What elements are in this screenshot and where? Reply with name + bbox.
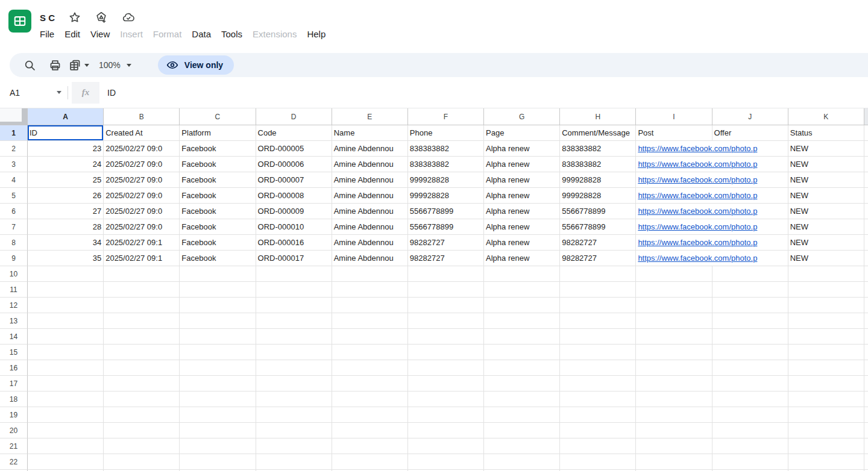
cell-A22[interactable] [28,454,104,470]
cell-B12[interactable] [104,298,180,313]
cell-A1[interactable]: ID [28,125,104,141]
cell-A17[interactable] [28,376,104,391]
column-header-b[interactable]: B [104,108,180,125]
cell-B14[interactable] [104,329,180,345]
cell-B4[interactable]: 2025/02/27 09:0 [104,172,180,188]
cell-B8[interactable]: 2025/02/27 09:1 [104,235,180,251]
cell-F5[interactable]: 999928828 [408,188,484,204]
row-header-18[interactable]: 18 [0,391,28,407]
cell-D18[interactable] [256,391,332,407]
cell-E19[interactable] [332,407,408,423]
add-shortcut-icon[interactable] [95,11,108,24]
cell-I1[interactable]: Post [636,125,712,141]
row-header-20[interactable]: 20 [0,423,28,438]
cell-J22[interactable] [712,454,788,470]
cell-F17[interactable] [408,376,484,391]
cell-F14[interactable] [408,329,484,345]
cell-I22[interactable] [636,454,712,470]
cell-I14[interactable] [636,329,712,345]
row-header-13[interactable]: 13 [0,313,28,329]
cell-J17[interactable] [712,376,788,391]
filter-views-button[interactable] [69,59,89,72]
cell-D20[interactable] [256,423,332,438]
cell-A21[interactable] [28,438,104,454]
cell-H15[interactable] [560,345,636,360]
cell-B7[interactable]: 2025/02/27 09:0 [104,219,180,235]
cell-G20[interactable] [484,423,560,438]
row-header-21[interactable]: 21 [0,438,28,454]
cell-A13[interactable] [28,313,104,329]
cell-K11[interactable] [788,282,864,298]
cell-C13[interactable] [180,313,256,329]
cell-H19[interactable] [560,407,636,423]
cell-F8[interactable]: 98282727 [408,235,484,251]
cell-G2[interactable]: Alpha renew [484,141,560,157]
cell-I12[interactable] [636,298,712,313]
cell-I16[interactable] [636,360,712,376]
cell-E7[interactable]: Amine Abdennou [332,219,408,235]
cell-B18[interactable] [104,391,180,407]
cell-I17[interactable] [636,376,712,391]
cell-C9[interactable]: Facebook [180,251,256,266]
cell-G3[interactable]: Alpha renew [484,157,560,172]
cell-F6[interactable]: 5566778899 [408,204,484,219]
cell-D21[interactable] [256,438,332,454]
row-header-8[interactable]: 8 [0,235,28,251]
menu-format[interactable]: Format [153,29,182,39]
cell-G16[interactable] [484,360,560,376]
cell-A18[interactable] [28,391,104,407]
cell-A20[interactable] [28,423,104,438]
cell-C14[interactable] [180,329,256,345]
cell-K19[interactable] [788,407,864,423]
select-all-corner[interactable] [0,108,28,125]
cell-J18[interactable] [712,391,788,407]
cell-F15[interactable] [408,345,484,360]
cell-E15[interactable] [332,345,408,360]
cell-J21[interactable] [712,438,788,454]
cell-D13[interactable] [256,313,332,329]
cell-I3[interactable]: https://www.facebook.com/photo.p [636,157,788,172]
cell-G9[interactable]: Alpha renew [484,251,560,266]
cell-K1[interactable]: Status [788,125,864,141]
cell-H17[interactable] [560,376,636,391]
cell-E16[interactable] [332,360,408,376]
cell-A7[interactable]: 28 [28,219,104,235]
cell-D15[interactable] [256,345,332,360]
cell-F4[interactable]: 999928828 [408,172,484,188]
cell-A4[interactable]: 25 [28,172,104,188]
cell-I10[interactable] [636,266,712,282]
cell-H4[interactable]: 999928828 [560,172,636,188]
cell-C3[interactable]: Facebook [180,157,256,172]
cell-E4[interactable]: Amine Abdennou [332,172,408,188]
cell-A5[interactable]: 26 [28,188,104,204]
cell-F1[interactable]: Phone [408,125,484,141]
cell-E20[interactable] [332,423,408,438]
cell-A10[interactable] [28,266,104,282]
cell-D4[interactable]: ORD-000007 [256,172,332,188]
cell-G8[interactable]: Alpha renew [484,235,560,251]
cell-D16[interactable] [256,360,332,376]
cell-C16[interactable] [180,360,256,376]
cell-K2[interactable]: NEW [788,141,864,157]
cell-C17[interactable] [180,376,256,391]
cell-K5[interactable]: NEW [788,188,864,204]
cell-K13[interactable] [788,313,864,329]
column-header-j[interactable]: J [712,108,788,125]
cell-B17[interactable] [104,376,180,391]
cell-E1[interactable]: Name [332,125,408,141]
cell-I13[interactable] [636,313,712,329]
cell-B20[interactable] [104,423,180,438]
cell-G1[interactable]: Page [484,125,560,141]
cell-F10[interactable] [408,266,484,282]
cell-B2[interactable]: 2025/02/27 09:0 [104,141,180,157]
cell-D8[interactable]: ORD-000016 [256,235,332,251]
row-header-16[interactable]: 16 [0,360,28,376]
row-header-14[interactable]: 14 [0,329,28,345]
cell-E9[interactable]: Amine Abdennou [332,251,408,266]
cell-H14[interactable] [560,329,636,345]
cell-B9[interactable]: 2025/02/27 09:1 [104,251,180,266]
cell-B5[interactable]: 2025/02/27 09:0 [104,188,180,204]
cell-I20[interactable] [636,423,712,438]
cell-K12[interactable] [788,298,864,313]
menu-extensions[interactable]: Extensions [253,29,297,39]
